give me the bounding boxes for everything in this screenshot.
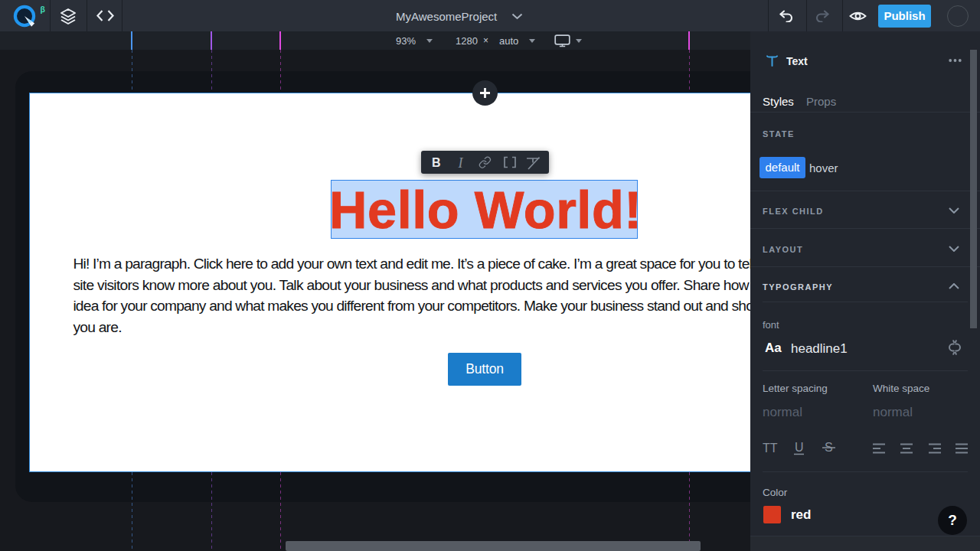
svg-text:β: β [41, 5, 46, 14]
svg-text:TT: TT [763, 442, 778, 455]
svg-text:U: U [795, 442, 804, 454]
svg-text:I: I [457, 155, 463, 171]
svg-text:B: B [432, 156, 441, 169]
